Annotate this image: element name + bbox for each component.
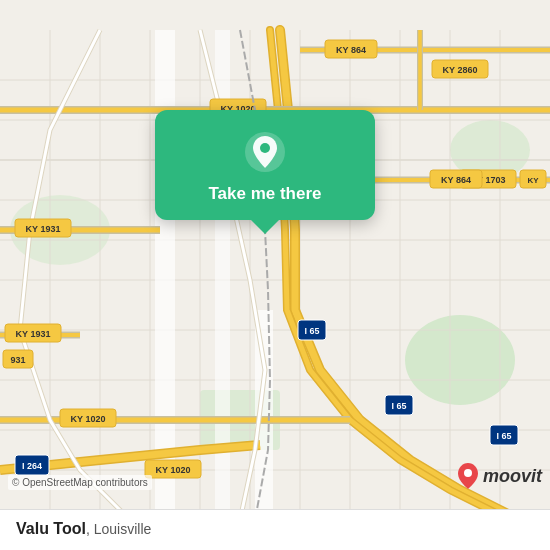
svg-point-74 (260, 143, 270, 153)
moovit-logo: moovit (457, 462, 542, 490)
svg-point-75 (464, 469, 472, 477)
map-container: KY 864 KY 2860 KY 1703 KY 864 KY KY 1020… (0, 0, 550, 550)
place-name: Valu Tool (16, 520, 86, 537)
svg-text:KY 1931: KY 1931 (26, 224, 61, 234)
svg-text:I 264: I 264 (22, 461, 42, 471)
location-pin-icon (243, 130, 287, 174)
svg-text:KY 1020: KY 1020 (156, 465, 191, 475)
moovit-pin-icon (457, 462, 479, 490)
svg-text:I 65: I 65 (304, 326, 319, 336)
bottom-bar: Valu Tool, Louisville (0, 509, 550, 550)
svg-point-1 (405, 315, 515, 405)
svg-text:I 65: I 65 (496, 431, 511, 441)
svg-text:KY 2860: KY 2860 (443, 65, 478, 75)
svg-text:KY 864: KY 864 (441, 175, 471, 185)
svg-text:KY 864: KY 864 (336, 45, 366, 55)
svg-text:KY 1020: KY 1020 (71, 414, 106, 424)
svg-rect-26 (155, 30, 175, 520)
place-separator: , (86, 521, 94, 537)
popup-card[interactable]: Take me there (155, 110, 375, 220)
svg-text:KY 1931: KY 1931 (16, 329, 51, 339)
svg-text:931: 931 (10, 355, 25, 365)
svg-text:I 65: I 65 (391, 401, 406, 411)
moovit-text: moovit (483, 466, 542, 487)
place-location: Louisville (94, 521, 152, 537)
svg-text:KY: KY (527, 176, 539, 185)
popup-label: Take me there (208, 184, 321, 204)
map-attribution: © OpenStreetMap contributors (8, 475, 152, 490)
